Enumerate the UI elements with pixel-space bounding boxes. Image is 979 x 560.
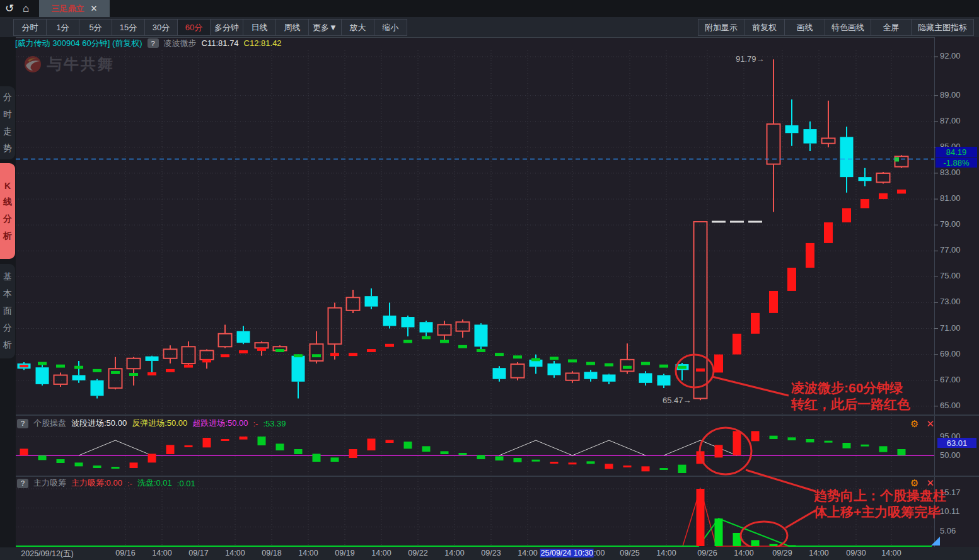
panel3-tick-5.06: 5.06 <box>940 526 956 535</box>
price-tick-79.00: 79.00 <box>940 219 961 229</box>
price-tick-65.00: 65.00 <box>940 401 961 410</box>
price-tick-92.00: 92.00 <box>940 51 961 60</box>
current-price-badge: 84.19 <box>936 147 977 157</box>
help-icon[interactable]: ? <box>17 419 28 428</box>
low-price-marker: 65.47→ <box>663 396 692 405</box>
gegu-caopan-layer <box>16 431 934 473</box>
lingbo-weibu-layer <box>20 190 906 376</box>
info-bar: [威力传动 300904 60分钟] (前复权) ? 凌波微步 C11:81.7… <box>15 37 282 49</box>
sidebar-tab-基本面分析[interactable]: 基本面分析 <box>0 264 15 358</box>
corner-triangle-icon <box>931 537 940 546</box>
panel2-field1: 波段进场:50.00 <box>71 418 127 429</box>
annotation-note-2-line2: 体上移+主力吸筹完毕 <box>814 504 946 520</box>
close-icon[interactable]: ✕ <box>926 418 934 430</box>
price-tick-67.00: 67.00 <box>940 375 961 384</box>
help-icon[interactable]: ? <box>17 479 28 488</box>
time-label-14:00: 14:00 <box>371 549 391 557</box>
high-price-marker: 91.79→ <box>736 54 765 64</box>
time-label-14:00: 14:00 <box>298 549 318 557</box>
panel3-field3: 洗盘:0.01 <box>137 477 172 489</box>
time-label-09/16: 09/16 <box>115 549 135 557</box>
gear-icon[interactable]: ⚙ <box>910 418 918 430</box>
annotation-note-1-line1: 凌波微步:60分钟绿 <box>791 380 910 396</box>
time-label-14:00: 14:00 <box>444 549 464 557</box>
panel2-field2: 反弹进场:50.00 <box>132 418 187 429</box>
time-label-09/17: 09/17 <box>188 549 208 557</box>
annotation-note-2: 趋势向上：个股操盘柱 体上移+主力吸筹完毕 <box>814 488 946 520</box>
chart-canvas <box>0 0 979 560</box>
time-label-14:00: 14:00 <box>152 549 171 557</box>
time-label-14:00: 14:00 <box>518 549 537 557</box>
time-label-09/23: 09/23 <box>481 549 501 557</box>
time-label-09/22: 09/22 <box>408 549 427 557</box>
arrow-right-icon: → <box>756 54 765 64</box>
time-label-09/19: 09/19 <box>335 549 354 557</box>
indicator-c12-value: C12:81.42 <box>244 38 282 48</box>
price-tick-89.00: 89.00 <box>940 90 961 100</box>
stock-app-window: ↺ ⌂ 三足鼎立 ✕ 分时1分5分15分30分60分多分钟日线周线更多▼放大缩小… <box>0 0 979 560</box>
panel2-tick-50.00: 50.00 <box>940 450 961 460</box>
price-tick-69.00: 69.00 <box>940 349 961 358</box>
annotation-note-2-line1: 趋势向上：个股操盘柱 <box>814 488 946 504</box>
time-label-14:00: 14:00 <box>734 549 753 557</box>
time-label-09/26: 09/26 <box>697 549 717 557</box>
time-label-14:00: 14:00 <box>225 549 245 557</box>
price-tick-83.00: 83.00 <box>940 168 961 177</box>
grid-layer <box>16 50 934 546</box>
arrow-right-icon: → <box>683 396 692 405</box>
time-axis: 2025/09/12(五)09/1614:0009/1714:0009/1814… <box>0 547 979 560</box>
time-label-09/25: 09/25 <box>620 549 639 557</box>
price-tick-81.00: 81.00 <box>940 193 961 203</box>
help-icon[interactable]: ? <box>148 38 159 48</box>
panel2-controls: ⚙ ✕ <box>910 418 934 430</box>
price-tick-77.00: 77.00 <box>940 245 961 254</box>
gegu-caopan-header: ? 个股操盘 波段进场:50.00 反弹进场:50.00 超跌进场:50.00 … <box>17 418 286 429</box>
sidebar-tab-分时走势[interactable]: 分时走势 <box>0 86 15 159</box>
time-label-25/09/24 10:30: 25/09/24 10:30:00 <box>540 549 605 557</box>
panel3-field4: :0.01 <box>177 479 195 488</box>
annotation-note-1: 凌波微步:60分钟绿 转红，此后一路红色 <box>791 380 910 413</box>
panel2-field4: :- <box>253 419 258 428</box>
change-percent-badge: -1.88% <box>936 157 977 168</box>
indicator-name: 凌波微步 <box>164 38 197 49</box>
price-tick-73.00: 73.00 <box>940 297 961 306</box>
zhuli-xichou-header: ? 主力吸筹 主力吸筹:0.00 :- 洗盘:0.01 :0.01 <box>17 477 195 489</box>
time-label-2025/09/12(五): 2025/09/12(五) <box>21 549 73 559</box>
time-label-14:00: 14:00 <box>881 549 901 557</box>
panel3-name: 主力吸筹 <box>33 477 66 489</box>
panel2-name: 个股操盘 <box>33 418 66 429</box>
candles-layer <box>18 59 908 400</box>
annotation-note-1-line2: 转红，此后一路红色 <box>791 396 910 413</box>
low-price-value: 65.47 <box>663 396 683 405</box>
time-label-14:00: 14:00 <box>656 549 676 557</box>
time-label-09/30: 09/30 <box>846 549 866 557</box>
current-price-dot <box>895 157 899 161</box>
time-label-14:00: 14:00 <box>809 549 828 557</box>
high-price-value: 91.79 <box>736 54 756 64</box>
panel3-field1: 主力吸筹:0.00 <box>71 477 122 489</box>
time-label-09/18: 09/18 <box>262 549 281 557</box>
panel2-field5: :53.39 <box>263 419 286 428</box>
sidebar-tab-K线分析[interactable]: K线分析 <box>0 163 15 259</box>
panel2-current-value-badge: 63.01 <box>937 438 976 448</box>
time-label-09/29: 09/29 <box>772 549 792 557</box>
panel2-field3: 超跌进场:50.00 <box>192 418 248 429</box>
indicator-c11-value: C11:81.74 <box>202 38 239 48</box>
price-tick-71.00: 71.00 <box>940 323 961 333</box>
symbol-label: [威力传动 300904 60分钟] (前复权) <box>15 38 142 49</box>
left-sidebar: 分时走势K线分析基本面分析 <box>0 37 16 547</box>
panel3-field2: :- <box>127 479 132 488</box>
price-tick-75.00: 75.00 <box>940 271 961 280</box>
price-tick-87.00: 87.00 <box>940 116 961 125</box>
